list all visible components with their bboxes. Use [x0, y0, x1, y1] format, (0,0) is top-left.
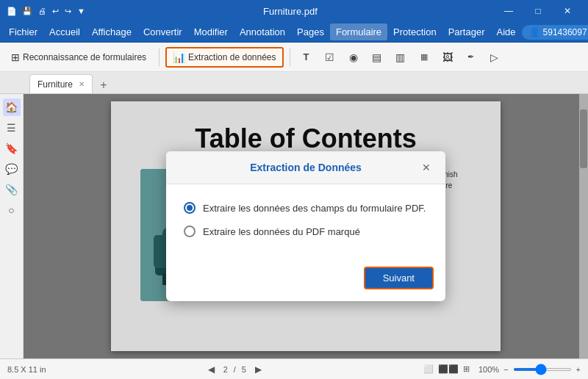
radio-2-label: Extraire les données du PDF marqué — [203, 226, 360, 237]
total-pages: 5 — [242, 365, 246, 374]
window-controls: — □ ✕ — [494, 0, 582, 22]
page-separator: / — [234, 365, 236, 374]
tab-bar: Furniture ✕ + — [0, 72, 588, 94]
sidebar-bookmarks-icon[interactable]: 🔖 — [3, 140, 21, 157]
list-icon[interactable]: ▤ — [367, 47, 387, 68]
radio-option-1[interactable]: Extraire les données des champs du formu… — [184, 202, 428, 214]
data-extraction-label: Extraction de données — [188, 52, 276, 62]
arrow-icon[interactable]: ▷ — [484, 47, 505, 68]
bottom-bar-center: ◀ 2 / 5 ▶ — [52, 364, 417, 375]
view-single-icon[interactable]: ⬜ — [423, 364, 434, 374]
combo-icon[interactable]: ▥ — [390, 47, 411, 68]
radio-1-circle[interactable] — [184, 202, 196, 214]
menu-partager[interactable]: Partager — [442, 24, 491, 40]
data-extraction-button[interactable]: 📊 Extraction de données — [165, 47, 283, 68]
modal-footer: Suivant — [166, 261, 445, 301]
extraction-modal: Extraction de Données ✕ Extraire les don… — [166, 151, 445, 301]
radio-option-2[interactable]: Extraire les données du PDF marqué — [184, 225, 428, 237]
zoom-level: 100% — [478, 365, 499, 374]
modal-title: Extraction de Données — [193, 162, 419, 173]
user-icon: 👤 — [529, 27, 540, 37]
app-icon: 📄 — [6, 5, 18, 17]
menu-bar: Fichier Accueil Affichage Convertir Modi… — [0, 22, 588, 43]
modal-overlay: Extraction de Données ✕ Extraire les don… — [24, 94, 588, 358]
tab-close-button[interactable]: ✕ — [79, 80, 85, 88]
modal-close-button[interactable]: ✕ — [419, 160, 434, 175]
menu-accueil[interactable]: Accueil — [43, 24, 86, 40]
undo-icon[interactable]: ↩ — [51, 5, 60, 18]
modal-body: Extraire les données des champs du formu… — [166, 184, 445, 261]
radio-2-circle[interactable] — [184, 225, 196, 237]
user-account-button[interactable]: 👤 591436097 — [522, 25, 588, 40]
menu-modifier[interactable]: Modifier — [188, 24, 234, 40]
prev-page-button[interactable]: ◀ — [205, 364, 218, 375]
zoom-slider[interactable] — [513, 368, 572, 371]
view-grid-icon[interactable]: ⊞ — [463, 364, 470, 374]
sidebar-attachments-icon[interactable]: 📎 — [3, 181, 21, 198]
suivant-button[interactable]: Suivant — [364, 267, 434, 289]
window-title: Furniture.pdf — [87, 6, 494, 17]
image-icon[interactable]: 🖼 — [437, 47, 458, 68]
print-icon[interactable]: 🖨 — [37, 5, 48, 17]
barcode-icon[interactable]: ▦ — [414, 47, 434, 68]
sign-icon[interactable]: ✒ — [461, 47, 481, 68]
title-bar: 📄 💾 🖨 ↩ ↪ ▼ Furniture.pdf — □ ✕ — [0, 0, 588, 22]
current-page: 2 — [223, 365, 228, 374]
menu-affichage[interactable]: Affichage — [86, 24, 137, 40]
main-area: 🏠 ☰ 🔖 💬 📎 ○ Table of Contents — [0, 94, 588, 358]
menu-formulaire[interactable]: Formulaire — [330, 24, 387, 40]
toolbar-separator-1 — [159, 48, 159, 66]
modal-header: Extraction de Données ✕ — [166, 151, 445, 184]
sidebar-home-icon[interactable]: 🏠 — [3, 98, 21, 116]
document-tab[interactable]: Furniture ✕ — [29, 74, 93, 93]
menu-convertir[interactable]: Convertir — [137, 24, 188, 40]
bottom-bar-right: ⬜ ⬛⬛ ⊞ 100% − + — [423, 364, 581, 374]
form-recognition-icon: ⊞ — [11, 51, 20, 63]
close-button[interactable]: ✕ — [553, 0, 582, 22]
checkbox-icon[interactable]: ☑ — [320, 47, 340, 68]
save-icon[interactable]: 💾 — [21, 5, 34, 18]
extraction-icon: 📊 — [173, 51, 185, 63]
left-sidebar: 🏠 ☰ 🔖 💬 📎 ○ — [0, 94, 24, 358]
sidebar-pages-icon[interactable]: ☰ — [3, 119, 21, 137]
next-page-button[interactable]: ▶ — [252, 364, 265, 375]
text-field-icon[interactable]: T — [296, 47, 317, 68]
menu-annotation[interactable]: Annotation — [234, 24, 291, 40]
page-size-label: 8.5 X 11 in — [7, 365, 46, 374]
toolbar-separator-2 — [290, 48, 290, 66]
minimize-button[interactable]: — — [494, 0, 523, 22]
radio-1-label: Extraire les données des champs du formu… — [203, 203, 426, 214]
menu-protection[interactable]: Protection — [387, 24, 442, 40]
maximize-button[interactable]: □ — [523, 0, 553, 22]
bottom-bar: 8.5 X 11 in ◀ 2 / 5 ▶ ⬜ ⬛⬛ ⊞ 100% − + — [0, 358, 588, 379]
tab-label: Furniture — [37, 79, 73, 90]
redo-icon[interactable]: ↪ — [63, 5, 73, 18]
radio-1-inner — [187, 205, 193, 211]
user-id: 591436097 — [543, 27, 587, 37]
menu-aide[interactable]: Aide — [491, 24, 522, 40]
pdf-viewer: Table of Contents — [24, 94, 588, 358]
zoom-in-button[interactable]: + — [576, 365, 581, 374]
radio-icon[interactable]: ◉ — [343, 47, 364, 68]
menu-dropdown-icon[interactable]: ▼ — [76, 5, 87, 17]
sidebar-comments-icon[interactable]: 💬 — [3, 160, 21, 178]
toolbar: ⊞ Reconnaissance de formulaires 📊 Extrac… — [0, 43, 588, 72]
form-recognition-label: Reconnaissance de formulaires — [23, 52, 146, 62]
zoom-out-button[interactable]: − — [503, 365, 508, 374]
view-dual-icon[interactable]: ⬛⬛ — [438, 364, 459, 374]
menu-fichier[interactable]: Fichier — [3, 24, 43, 40]
title-bar-left: 📄 💾 🖨 ↩ ↪ ▼ — [6, 5, 87, 18]
add-tab-button[interactable]: + — [96, 77, 112, 93]
sidebar-search-icon[interactable]: ○ — [3, 201, 21, 219]
form-recognition-button[interactable]: ⊞ Reconnaissance de formulaires — [4, 48, 153, 67]
menu-pages[interactable]: Pages — [291, 24, 330, 40]
